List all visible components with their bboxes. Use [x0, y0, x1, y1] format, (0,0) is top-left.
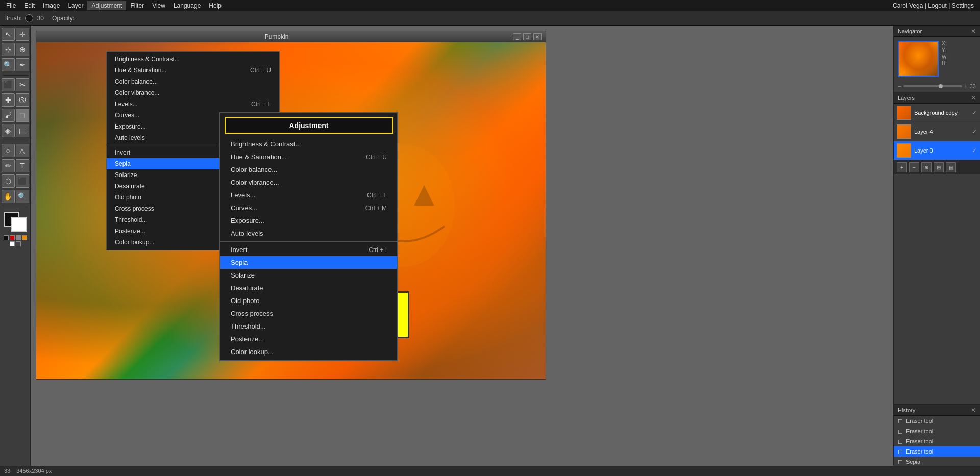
- adj2-colorbalance[interactable]: Color balance...: [220, 163, 397, 176]
- history-item-2[interactable]: ◻ Eraser tool: [894, 436, 980, 446]
- brush-size-value: 30: [37, 15, 44, 22]
- paint-bucket-tool[interactable]: ◈: [2, 124, 15, 137]
- adj2-exposure[interactable]: Exposure...: [220, 214, 397, 227]
- slice-tool[interactable]: ✂: [16, 78, 29, 91]
- adj2-hue[interactable]: Hue & Saturation... Ctrl + U: [220, 151, 397, 163]
- history-item-4[interactable]: ◻ Sepia: [894, 457, 980, 467]
- color-selector[interactable]: [4, 212, 27, 232]
- swatch-red[interactable]: [10, 235, 15, 240]
- menu-edit[interactable]: Edit: [20, 1, 39, 10]
- adj1-colorvibrance[interactable]: Color vibrance...: [107, 87, 279, 98]
- move-tool[interactable]: ✛: [16, 28, 29, 41]
- menu-layer[interactable]: Layer: [64, 1, 87, 10]
- history-icon-0: ◻: [898, 417, 903, 424]
- right-panels: Navigator ✕ X: Y: W: H: − +: [893, 26, 980, 476]
- brush-preview: [25, 14, 33, 22]
- heal-tool[interactable]: ✚: [2, 93, 15, 107]
- pen-tool[interactable]: ✏: [2, 159, 15, 172]
- layer-group-btn[interactable]: ▤: [946, 162, 956, 172]
- layer-add-btn[interactable]: +: [897, 162, 907, 172]
- history-close[interactable]: ✕: [971, 407, 976, 414]
- menu-file[interactable]: File: [2, 1, 20, 10]
- adj2-threshold[interactable]: Threshold...: [220, 320, 397, 333]
- layer-visibility-2[interactable]: ✓: [972, 147, 977, 154]
- magic-wand-tool[interactable]: ⊕: [16, 43, 29, 56]
- layer-item-1[interactable]: Layer 4 ✓: [894, 122, 980, 141]
- zoom-out-tool[interactable]: 🔍: [16, 190, 29, 203]
- adj2-crossprocess[interactable]: Cross process: [220, 307, 397, 320]
- menu-image[interactable]: Image: [39, 1, 64, 10]
- settings-link[interactable]: Settings: [952, 2, 974, 9]
- adj2-desaturate[interactable]: Desaturate: [220, 282, 397, 294]
- layers-panel: Layers ✕ Background copy ✓ Layer 4 ✓ Lay…: [894, 92, 980, 405]
- adj2-posterize[interactable]: Posterize...: [220, 333, 397, 345]
- layer-dup-btn[interactable]: ⊕: [921, 162, 932, 172]
- stamp-tool[interactable]: 🄢: [16, 93, 29, 107]
- dodge-tool[interactable]: ○: [2, 144, 15, 157]
- adj2-colorvibrance[interactable]: Color vibrance...: [220, 176, 397, 189]
- history-item-3[interactable]: ◻ Eraser tool: [894, 446, 980, 457]
- history-item-1[interactable]: ◻ Eraser tool: [894, 426, 980, 436]
- adj1-hue[interactable]: Hue & Saturation... Ctrl + U: [107, 65, 279, 76]
- eraser-tool[interactable]: ◻: [16, 109, 29, 122]
- swatch-gray[interactable]: [16, 235, 21, 240]
- background-color[interactable]: [11, 217, 27, 232]
- gradient-tool[interactable]: ▤: [16, 124, 29, 137]
- adj2-colorlookup[interactable]: Color lookup...: [220, 345, 397, 358]
- adj2-oldphoto[interactable]: Old photo: [220, 294, 397, 307]
- adj2-autolevels[interactable]: Auto levels: [220, 227, 397, 240]
- adj1-brightness[interactable]: Brightness & Contrast...: [107, 54, 279, 65]
- navigator-title: Navigator: [898, 28, 922, 34]
- brush-tool[interactable]: 🖌: [2, 109, 15, 122]
- adj2-solarize[interactable]: Solarize: [220, 269, 397, 282]
- shape-tool[interactable]: ⬡: [2, 174, 15, 188]
- menu-filter[interactable]: Filter: [126, 1, 148, 10]
- layer-visibility-1[interactable]: ✓: [972, 128, 977, 135]
- menu-language[interactable]: Language: [169, 1, 205, 10]
- layers-close[interactable]: ✕: [971, 94, 976, 102]
- lasso-tool[interactable]: ⊹: [2, 43, 15, 56]
- menu-adjustment[interactable]: Adjustment: [87, 1, 126, 10]
- text-tool[interactable]: T: [16, 159, 29, 172]
- layer-item-0[interactable]: Background copy ✓: [894, 104, 980, 122]
- toolbar-separator-2: [3, 141, 28, 141]
- adj1-levels[interactable]: Levels... Ctrl + L: [107, 98, 279, 110]
- window-close[interactable]: ✕: [533, 33, 542, 40]
- adj2-curves[interactable]: Curves... Ctrl + M: [220, 202, 397, 214]
- adj2-levels[interactable]: Levels... Ctrl + L: [220, 189, 397, 202]
- zoom-minus-btn[interactable]: −: [898, 83, 901, 90]
- adj2-sepia[interactable]: Sepia: [220, 256, 397, 269]
- history-item-0[interactable]: ◻ Eraser tool: [894, 416, 980, 426]
- swatch-white[interactable]: [10, 241, 15, 246]
- layer-merge-btn[interactable]: ⊞: [934, 162, 944, 172]
- menu-view[interactable]: View: [148, 1, 169, 10]
- zoom-handle[interactable]: [939, 84, 943, 88]
- adj2-invert[interactable]: Invert Ctrl + I: [220, 243, 397, 256]
- zoom-value: 33: [970, 83, 976, 89]
- window-title: Pumpkin: [40, 33, 513, 40]
- adj2-brightness[interactable]: Brightness & Contrast...: [220, 138, 397, 151]
- window-minimize[interactable]: _: [513, 33, 521, 40]
- window-controls: _ □ ✕: [513, 33, 542, 40]
- layer-visibility-0[interactable]: ✓: [972, 109, 977, 116]
- menu-help[interactable]: Help: [205, 1, 226, 10]
- swatch-black[interactable]: [4, 235, 9, 240]
- hand-tool[interactable]: ✋: [2, 190, 15, 203]
- zoom-slider[interactable]: [903, 85, 962, 87]
- transform-tool[interactable]: ⬛: [16, 174, 29, 188]
- history-icon-4: ◻: [898, 458, 903, 465]
- select-tool[interactable]: ↖: [2, 28, 15, 41]
- swatch-dark[interactable]: [16, 241, 21, 246]
- sharpen-tool[interactable]: △: [16, 144, 29, 157]
- adj1-colorbalance[interactable]: Color balance...: [107, 76, 279, 87]
- crop-tool[interactable]: ⬛: [2, 78, 15, 91]
- eyedropper-tool[interactable]: ✒: [16, 58, 29, 71]
- zoom-tool[interactable]: 🔍: [2, 58, 15, 71]
- window-maximize[interactable]: □: [523, 33, 531, 40]
- zoom-plus-btn[interactable]: +: [964, 83, 968, 90]
- logout-link[interactable]: Logout: [928, 2, 947, 9]
- layer-item-2[interactable]: Layer 0 ✓: [894, 141, 980, 160]
- navigator-close[interactable]: ✕: [971, 28, 976, 35]
- swatch-orange[interactable]: [22, 235, 27, 240]
- layer-delete-btn[interactable]: −: [909, 162, 919, 172]
